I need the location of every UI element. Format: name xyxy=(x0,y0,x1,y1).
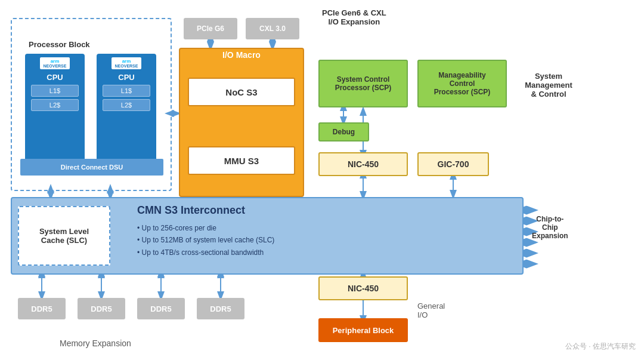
io-macro-label: I/O Macro xyxy=(179,50,304,60)
pcie-g6-box: PCIe G6 xyxy=(184,18,237,39)
cxl-box: CXL 3.0 xyxy=(246,18,299,39)
cmn-title: CMN S3 Interconnect xyxy=(137,204,245,217)
cpu-label-right: CPU xyxy=(118,73,134,82)
noc-s3-box: NoC S3 xyxy=(188,78,295,106)
peripheral-block-box: Peripheral Block xyxy=(318,318,408,342)
slc-box: System Level Cache (SLC) xyxy=(18,206,110,266)
cpu-left: arm NEOVERSE CPU L1$ L2$ xyxy=(25,54,85,161)
nic450-bottom-box: NIC-450 xyxy=(318,276,408,300)
watermark: 公众号 · 佐思汽车研究 xyxy=(565,341,636,352)
memory-expansion-label: Memory Expansion xyxy=(60,339,131,348)
chip-to-chip-label: Chip-to- Chip Expansion xyxy=(532,215,568,240)
cpu-right: arm NEOVERSE CPU L1$ L2$ xyxy=(97,54,156,161)
system-mgmt-label: System Management & Control xyxy=(513,72,584,99)
dsu-box: Direct Connect DSU xyxy=(20,159,163,176)
pcie-gen6-cxl-label: PCIe Gen6 & CXL I/O Expansion xyxy=(322,8,386,26)
diagram-container: Processor Block arm NEOVERSE CPU L1$ L2$… xyxy=(0,0,644,360)
ddr5-box-2: DDR5 xyxy=(78,298,125,319)
general-io-label: General I/O xyxy=(417,301,445,319)
arm-logo-right: arm NEOVERSE xyxy=(112,57,142,69)
processor-block: Processor Block arm NEOVERSE CPU L1$ L2$… xyxy=(11,18,172,191)
scp-box: System Control Processor (SCP) xyxy=(318,60,408,107)
debug-box: Debug xyxy=(318,122,369,141)
l1-cache-right: L1$ xyxy=(103,85,150,97)
cpu-label-left: CPU xyxy=(47,73,63,82)
ddr5-box-3: DDR5 xyxy=(137,298,185,319)
cmn-bullet2: • Up to 512MB of system level cache (SLC… xyxy=(137,234,274,246)
ddr5-box-4: DDR5 xyxy=(197,298,244,319)
cmn-bullet1: • Up to 256-cores per die xyxy=(137,222,274,234)
ddr5-box-1: DDR5 xyxy=(18,298,66,319)
nic450-top-box: NIC-450 xyxy=(318,152,408,176)
arm-logo-left: arm NEOVERSE xyxy=(40,57,70,69)
cmn-bullet3: • Up to 4TB/s cross-sectional bandwidth xyxy=(137,247,274,259)
mcp-box: Manageability Control Processor (SCP) xyxy=(417,60,507,107)
mmu-s3-box: MMU S3 xyxy=(188,146,295,175)
l2-cache-left: L2$ xyxy=(31,99,79,111)
processor-block-label: Processor Block xyxy=(29,40,90,49)
l1-cache-left: L1$ xyxy=(31,85,79,97)
cmn-bullets: • Up to 256-cores per die • Up to 512MB … xyxy=(137,222,274,259)
l2-cache-right: L2$ xyxy=(103,99,150,111)
gic700-box: GIC-700 xyxy=(417,152,489,176)
